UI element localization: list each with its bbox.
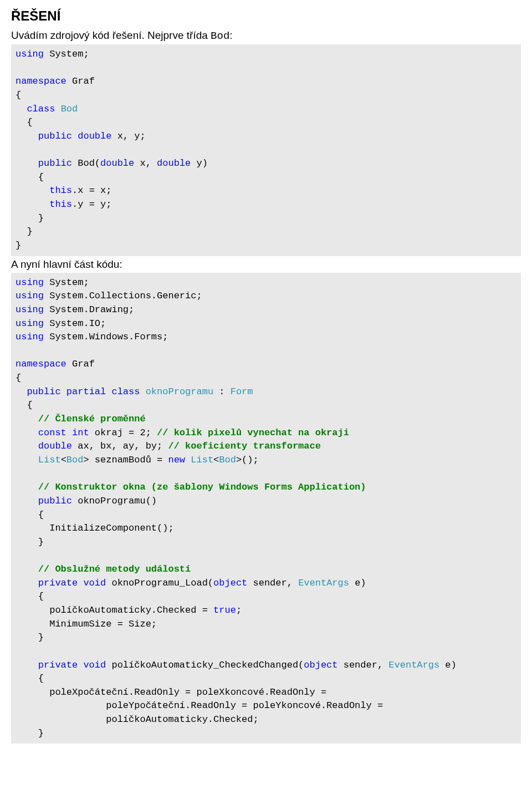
section-paragraph-2: A nyní hlavní část kódu: (11, 258, 521, 271)
keyword: class (16, 104, 55, 114)
code-text (72, 131, 78, 141)
code-text (61, 386, 66, 397)
keyword: using (16, 291, 44, 301)
keyword: using (16, 49, 44, 59)
solution-heading: ŘEŠENÍ (11, 8, 521, 24)
code-text: System.Collections.Generic; (44, 291, 202, 301)
code-text: ; (236, 605, 242, 615)
keyword: int (72, 427, 89, 438)
code-text: oknoProgramu_Load( (106, 578, 213, 588)
keyword: using (16, 318, 44, 329)
keyword: double (157, 158, 191, 169)
keyword: double (78, 131, 111, 141)
code-text (16, 482, 38, 492)
code-text: { (16, 400, 33, 410)
code-text: > seznamBodů = (83, 455, 168, 465)
code-text: Bod( (72, 158, 100, 169)
code-text: >(); (236, 455, 259, 465)
code-text: } (16, 240, 21, 251)
type-name: Bod (219, 455, 236, 465)
intro-code-classname: Bod (211, 30, 229, 42)
comment: // Obslužné metody událostí (38, 564, 191, 574)
code-text: } (16, 728, 44, 739)
code-text: : (213, 386, 231, 397)
code-text: { (16, 510, 44, 520)
comment: // Členské proměnné (38, 414, 146, 424)
type-name: EventArgs (388, 660, 439, 670)
keyword: public (16, 386, 61, 397)
code-block-1: using System; namespace Graf { class Bod… (11, 44, 521, 256)
code-text: .y = y; (72, 199, 111, 210)
code-text: } (16, 632, 44, 643)
keyword: this (16, 199, 72, 210)
type-name: List (191, 455, 213, 465)
keyword: class (111, 386, 140, 397)
code-text: sender, (247, 578, 298, 588)
keyword: new (168, 455, 185, 465)
code-text: poleXpočáteční.ReadOnly = poleXkoncové.R… (16, 687, 326, 698)
keyword: const (16, 427, 66, 438)
comment: // kolik pixelů vynechat na okraji (157, 427, 349, 438)
code-text (16, 564, 38, 574)
type-name: oknoProgramu (146, 386, 213, 397)
code-text: System; (44, 49, 89, 59)
keyword: true (213, 605, 236, 615)
code-text: x, y; (111, 131, 145, 141)
code-text: MinimumSize = Size; (16, 619, 157, 629)
code-text (66, 427, 72, 438)
code-text (185, 455, 191, 465)
code-text: poleYpočáteční.ReadOnly = poleYkoncové.R… (16, 700, 383, 711)
type-name: Bod (61, 104, 78, 114)
code-text (106, 386, 111, 397)
code-text: { (16, 90, 21, 100)
code-text: System.IO; (44, 318, 106, 329)
keyword: using (16, 332, 44, 342)
code-text: { (16, 591, 44, 602)
code-text: y) (191, 158, 208, 169)
keyword: namespace (16, 76, 66, 86)
code-text: e) (349, 578, 366, 588)
code-text: Graf (66, 76, 95, 86)
intro-paragraph-1: Uvádím zdrojový kód řešení. Nejprve tříd… (11, 29, 521, 42)
code-text: políčkoAutomaticky.Checked; (16, 714, 259, 725)
code-text (78, 660, 83, 670)
code-text: .x = x; (72, 185, 111, 196)
keyword: void (83, 660, 106, 670)
type-name: EventArgs (298, 578, 349, 588)
type-name: Form (231, 386, 253, 397)
code-text: sender, (338, 660, 389, 670)
keyword: object (304, 660, 337, 670)
keyword: this (16, 185, 72, 196)
keyword: double (16, 441, 72, 451)
code-text: { (16, 673, 44, 684)
code-text: InitializeComponent(); (16, 523, 174, 533)
keyword: double (100, 158, 134, 169)
keyword: public (16, 131, 72, 141)
comment: // Konstruktor okna (ze šablony Windows … (38, 482, 366, 492)
code-text: System; (44, 277, 89, 288)
code-text: < (213, 455, 219, 465)
keyword: private (16, 660, 78, 670)
keyword: partial (66, 386, 106, 397)
code-text: políčkoAutomaticky_CheckedChanged( (106, 660, 304, 670)
code-text: } (16, 537, 44, 547)
code-text: { (16, 172, 44, 182)
keyword: using (16, 277, 44, 288)
code-text: Graf (66, 359, 95, 369)
keyword: public (16, 158, 72, 169)
keyword: object (213, 578, 247, 588)
comment: // koeficienty transformace (168, 441, 320, 451)
code-text: políčkoAutomaticky.Checked = (16, 605, 213, 615)
type-name: Bod (66, 455, 84, 465)
code-text: System.Windows.Forms; (44, 332, 168, 342)
code-text (16, 414, 38, 424)
code-text: < (61, 455, 66, 465)
intro-text: Uvádím zdrojový kód řešení. Nejprve tříd… (11, 29, 211, 41)
keyword: namespace (16, 359, 66, 369)
code-text: okraj = 2; (89, 427, 157, 438)
intro-suffix: : (229, 29, 232, 41)
code-text: x, (134, 158, 157, 169)
code-text (55, 104, 60, 114)
code-text: ax, bx, ay, by; (72, 441, 168, 451)
code-text: { (16, 117, 33, 128)
